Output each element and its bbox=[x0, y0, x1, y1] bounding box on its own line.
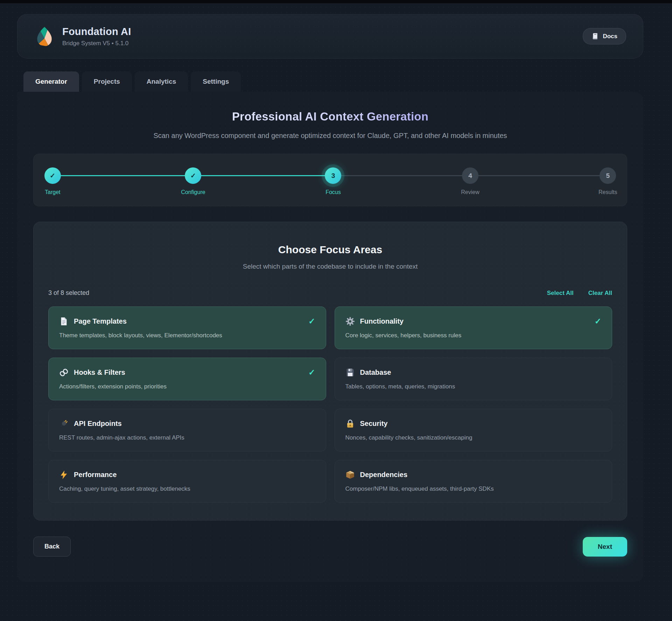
next-button[interactable]: Next bbox=[583, 537, 627, 557]
focus-card-description: Composer/NPM libs, enqueued assets, thir… bbox=[345, 485, 602, 492]
clear-all-button[interactable]: Clear All bbox=[588, 290, 612, 297]
focus-card-title: Dependencies bbox=[360, 471, 408, 479]
focus-card-description: Core logic, services, helpers, business … bbox=[345, 332, 602, 339]
step-configure-label: Configure bbox=[170, 189, 216, 195]
select-all-button[interactable]: Select All bbox=[547, 290, 574, 297]
focus-card-title: Performance bbox=[74, 471, 117, 479]
focus-card-security[interactable]: Security ✓ Nonces, capability checks, sa… bbox=[335, 409, 612, 451]
step-review[interactable]: 4 Review bbox=[448, 167, 493, 195]
step-focus-indicator: 3 bbox=[325, 167, 341, 184]
focus-card-description: Theme templates, block layouts, views, E… bbox=[59, 332, 315, 339]
step-target[interactable]: ✓ Target bbox=[30, 167, 75, 195]
top-edge-strip bbox=[0, 0, 672, 3]
tab-analytics[interactable]: Analytics bbox=[135, 71, 188, 92]
focus-card-page-templates[interactable]: Page Templates ✓ Theme templates, block … bbox=[48, 306, 326, 349]
lightning-icon bbox=[59, 470, 69, 479]
page-subtitle: Scan any WordPress component and generat… bbox=[33, 132, 627, 140]
step-configure[interactable]: ✓ Configure bbox=[170, 167, 216, 195]
page-icon bbox=[59, 317, 69, 326]
focus-card-description: Tables, options, meta, queries, migratio… bbox=[345, 383, 602, 390]
focus-card-title: Hooks & Filters bbox=[74, 368, 125, 377]
tab-projects[interactable]: Projects bbox=[82, 71, 132, 92]
step-results-label: Results bbox=[585, 189, 631, 195]
check-icon: ✓ bbox=[595, 317, 601, 325]
focus-areas-card: Choose Focus Areas Select which parts of… bbox=[33, 222, 627, 520]
step-focus[interactable]: 3 Focus bbox=[310, 167, 356, 195]
focus-card-dependencies[interactable]: Dependencies ✓ Composer/NPM libs, enqueu… bbox=[335, 460, 612, 503]
step-review-indicator: 4 bbox=[462, 167, 478, 184]
foundation-ai-logo-icon bbox=[34, 26, 55, 47]
book-icon bbox=[592, 33, 599, 40]
tab-settings[interactable]: Settings bbox=[191, 71, 241, 92]
app-shell: Foundation AI Bridge System V5 • 5.1.0 D… bbox=[17, 14, 643, 582]
plug-icon bbox=[59, 419, 69, 428]
docs-button-label: Docs bbox=[603, 33, 617, 40]
focus-card-database[interactable]: Database ✓ Tables, options, meta, querie… bbox=[335, 358, 612, 400]
focus-card-api-endpoints[interactable]: API Endpoints ✓ REST routes, admin-ajax … bbox=[48, 409, 326, 451]
tab-generator[interactable]: Generator bbox=[23, 71, 79, 92]
brand-block: Foundation AI Bridge System V5 • 5.1.0 bbox=[62, 26, 131, 47]
focus-card-functionality[interactable]: Functionality ✓ Core logic, services, he… bbox=[335, 306, 612, 349]
focus-card-performance[interactable]: Performance ✓ Caching, query tuning, ass… bbox=[48, 460, 326, 503]
step-target-label: Target bbox=[30, 189, 75, 195]
app-header: Foundation AI Bridge System V5 • 5.1.0 D… bbox=[17, 14, 643, 58]
main-tab-bar: Generator Projects Analytics Settings bbox=[17, 71, 643, 92]
page-title: Professional AI Context Generation bbox=[33, 110, 627, 123]
focus-card-description: REST routes, admin-ajax actions, externa… bbox=[59, 434, 315, 441]
generator-panel: Professional AI Context Generation Scan … bbox=[17, 92, 643, 582]
step-results[interactable]: 5 Results bbox=[585, 167, 631, 195]
focus-card-title: Security bbox=[360, 420, 388, 428]
floppy-disk-icon bbox=[345, 368, 355, 377]
focus-card-title: Functionality bbox=[360, 317, 404, 325]
step-configure-indicator: ✓ bbox=[185, 167, 201, 184]
focus-areas-grid: Page Templates ✓ Theme templates, block … bbox=[48, 306, 612, 503]
step-focus-label: Focus bbox=[310, 189, 356, 195]
step-review-label: Review bbox=[448, 189, 493, 195]
focus-card-title: Page Templates bbox=[74, 317, 127, 325]
package-icon bbox=[345, 470, 355, 479]
focus-areas-subtitle: Select which parts of the codebase to in… bbox=[48, 263, 612, 270]
link-icon bbox=[59, 368, 69, 377]
focus-card-description: Nonces, capability checks, sanitization/… bbox=[345, 434, 602, 441]
focus-areas-title: Choose Focus Areas bbox=[48, 244, 612, 256]
docs-button[interactable]: Docs bbox=[583, 28, 626, 44]
step-results-indicator: 5 bbox=[600, 167, 616, 184]
step-target-indicator: ✓ bbox=[44, 167, 61, 184]
focus-card-description: Actions/filters, extension points, prior… bbox=[59, 383, 315, 390]
app-version: Bridge System V5 • 5.1.0 bbox=[62, 40, 131, 47]
gear-icon bbox=[345, 317, 355, 326]
check-icon: ✓ bbox=[308, 368, 315, 377]
selection-controls: 3 of 8 selected Select All Clear All bbox=[48, 289, 612, 297]
selection-summary: 3 of 8 selected bbox=[48, 289, 89, 297]
focus-card-hooks-filters[interactable]: Hooks & Filters ✓ Actions/filters, exten… bbox=[48, 358, 326, 400]
focus-card-description: Caching, query tuning, asset strategy, b… bbox=[59, 485, 315, 492]
progress-stepper: ✓ Target ✓ Configure 3 Focus 4 Review 5 … bbox=[33, 154, 627, 206]
lock-icon bbox=[345, 419, 355, 428]
selection-links: Select All Clear All bbox=[547, 290, 612, 297]
app-title: Foundation AI bbox=[62, 26, 131, 37]
check-icon: ✓ bbox=[308, 317, 315, 325]
focus-card-title: API Endpoints bbox=[74, 420, 122, 428]
back-button[interactable]: Back bbox=[33, 537, 71, 557]
wizard-footer: Back Next bbox=[33, 537, 627, 560]
focus-card-title: Database bbox=[360, 368, 391, 377]
